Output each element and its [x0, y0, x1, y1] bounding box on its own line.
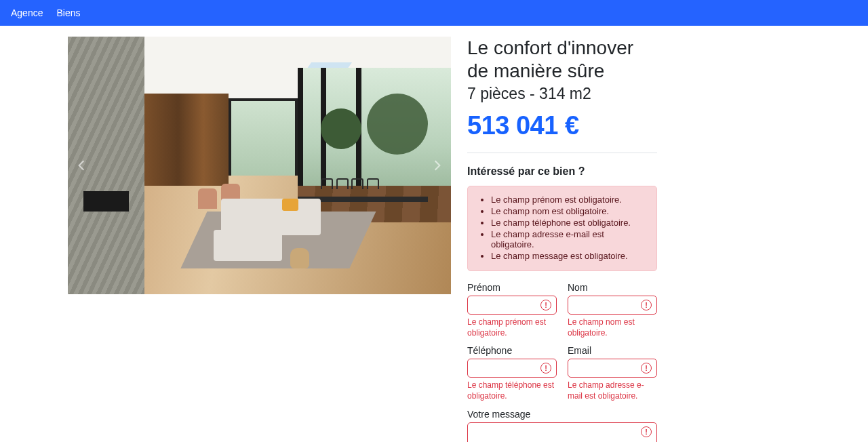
error-icon: ! — [641, 300, 652, 310]
error-icon: ! — [540, 363, 551, 374]
contact-form-heading: Intéressé par ce bien ? — [467, 165, 657, 178]
error-item: Le champ adresse e-mail est obligatoire. — [491, 229, 647, 249]
carousel-prev-button[interactable] — [73, 157, 90, 174]
chevron-left-icon — [75, 159, 87, 172]
listing-subtitle: 7 pièces - 314 m2 — [467, 85, 657, 103]
property-carousel — [68, 37, 451, 294]
carousel-next-button[interactable] — [429, 157, 446, 174]
message-textarea[interactable] — [467, 422, 657, 442]
phone-error: Le champ téléphone est obligatoire. — [467, 380, 557, 401]
lastname-error: Le champ nom est obligatoire. — [568, 317, 657, 338]
brand-link[interactable]: Agence — [11, 7, 43, 18]
phone-label: Téléphone — [467, 345, 557, 356]
nav-link-biens[interactable]: Biens — [56, 7, 80, 18]
firstname-error: Le champ prénom est obligatoire. — [467, 317, 557, 338]
navbar: Agence Biens — [0, 0, 868, 26]
email-error: Le champ adresse e-mail est obligatoire. — [568, 380, 657, 401]
error-item: Le champ prénom est obligatoire. — [491, 195, 647, 205]
error-icon: ! — [540, 300, 551, 310]
message-label: Votre message — [467, 409, 657, 420]
chevron-right-icon — [431, 159, 443, 172]
error-item: Le champ message est obligatoire. — [491, 251, 647, 261]
listing-price: 513 041 € — [467, 111, 657, 140]
listing-title: Le confort d'innover de manière sûre — [467, 37, 657, 82]
lastname-label: Nom — [568, 282, 657, 293]
error-icon: ! — [641, 363, 652, 374]
error-item: Le champ nom est obligatoire. — [491, 206, 647, 216]
firstname-label: Prénom — [467, 282, 557, 293]
divider — [467, 153, 657, 153]
email-label: Email — [568, 345, 657, 356]
error-item: Le champ téléphone est obligatoire. — [491, 218, 647, 228]
error-alert: Le champ prénom est obligatoire. Le cham… — [467, 186, 657, 271]
error-icon: ! — [641, 426, 652, 437]
